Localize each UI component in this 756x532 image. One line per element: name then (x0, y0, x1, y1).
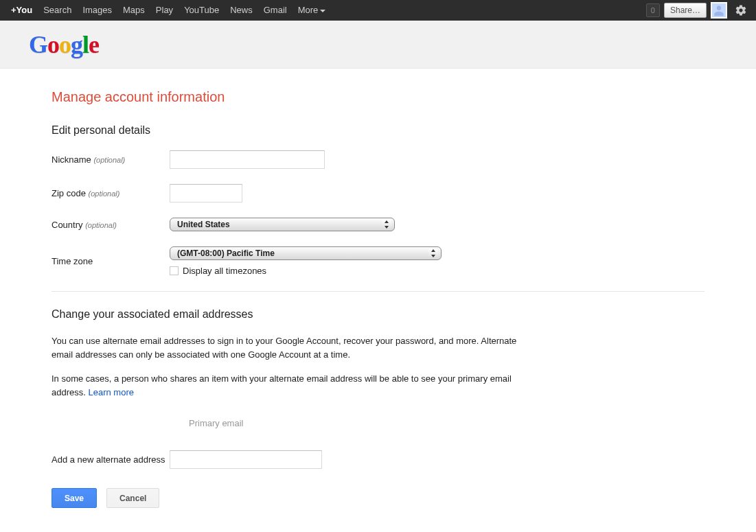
timezone-value: (GMT-08:00) Pacific Time (177, 248, 275, 258)
nav-more[interactable]: More (293, 0, 332, 21)
row-country: Country (optional) United States (51, 218, 705, 231)
notifications-badge[interactable]: 0 (646, 3, 660, 17)
email-heading: Change your associated email addresses (51, 308, 705, 321)
nav-more-label: More (298, 5, 319, 15)
display-all-tz-checkbox[interactable] (170, 266, 179, 275)
email-description-2: In some cases, a person who shares an it… (51, 372, 525, 399)
timezone-select[interactable]: (GMT-08:00) Pacific Time (170, 246, 442, 260)
zip-input[interactable] (170, 184, 242, 203)
timezone-block: (GMT-08:00) Pacific Time Display all tim… (170, 246, 442, 276)
header: Google (0, 21, 756, 69)
nav-images[interactable]: Images (77, 0, 117, 21)
nav-youtube[interactable]: YouTube (179, 0, 225, 21)
nav-plus-you[interactable]: +You (5, 0, 38, 21)
row-timezone: Time zone (GMT-08:00) Pacific Time Displ… (51, 246, 705, 276)
avatar[interactable] (711, 2, 727, 19)
row-alt-address: Add a new alternate address (51, 450, 705, 469)
chevron-down-icon (320, 10, 325, 12)
alt-address-input[interactable] (170, 450, 322, 469)
primary-email-label: Primary email (189, 418, 243, 428)
country-select[interactable]: United States (170, 218, 395, 231)
save-button[interactable]: Save (51, 488, 97, 508)
personal-heading: Edit personal details (51, 124, 705, 137)
settings-button[interactable] (731, 1, 751, 20)
row-nickname: Nickname (optional) (51, 150, 705, 169)
learn-more-link[interactable]: Learn more (88, 387, 133, 397)
top-nav-right: 0 Share… (646, 1, 751, 20)
display-all-tz-label: Display all timezones (183, 266, 266, 276)
nav-search[interactable]: Search (38, 0, 77, 21)
page-title: Manage account information (51, 89, 705, 105)
top-nav-bar: +You Search Images Maps Play YouTube New… (0, 0, 756, 21)
display-all-tz-row: Display all timezones (170, 266, 442, 276)
share-button[interactable]: Share… (664, 3, 707, 18)
nav-maps[interactable]: Maps (117, 0, 150, 21)
main-content: Manage account information Edit personal… (0, 69, 705, 532)
primary-email-row: Primary email (51, 418, 705, 428)
separator (51, 291, 705, 292)
nav-news[interactable]: News (225, 0, 258, 21)
row-zip: Zip code (optional) (51, 184, 705, 203)
zip-label: Zip code (optional) (51, 188, 170, 198)
google-logo[interactable]: Google (29, 30, 99, 59)
email-description-1: You can use alternate email addresses to… (51, 334, 525, 361)
top-nav-left: +You Search Images Maps Play YouTube New… (5, 0, 331, 21)
gear-icon (735, 4, 747, 16)
alt-address-label: Add a new alternate address (51, 454, 170, 465)
select-arrows-icon (384, 220, 389, 229)
country-value: United States (177, 220, 230, 229)
timezone-label: Time zone (51, 246, 170, 266)
nav-gmail[interactable]: Gmail (258, 0, 293, 21)
select-arrows-icon (431, 249, 436, 257)
country-label: Country (optional) (51, 220, 170, 230)
nickname-label: Nickname (optional) (51, 154, 170, 165)
nav-play[interactable]: Play (150, 0, 179, 21)
button-row: Save Cancel (51, 488, 705, 508)
cancel-button[interactable]: Cancel (106, 488, 159, 508)
user-icon (712, 3, 726, 17)
nickname-input[interactable] (170, 150, 325, 169)
